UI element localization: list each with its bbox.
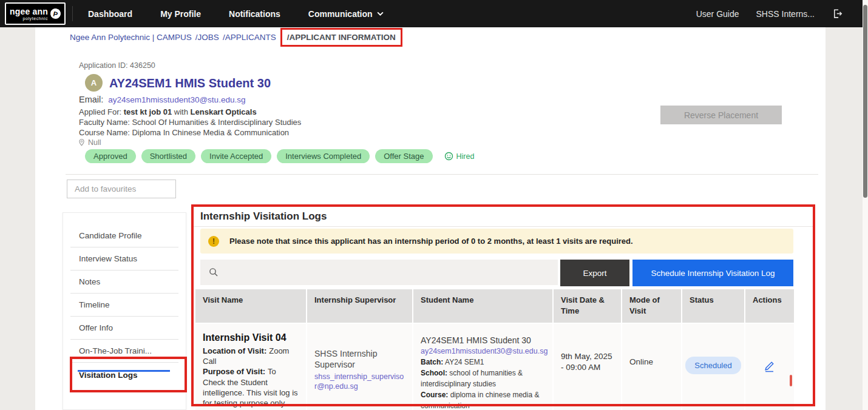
location-pin-icon [78,138,86,147]
status-badge: Offer Stage [375,149,432,163]
nav-item-communication[interactable]: Communication [308,9,384,19]
smiley-icon [444,152,453,161]
nav-item-my-profile[interactable]: My Profile [160,9,201,19]
student-batch: AY24 SEM1 [445,358,484,366]
navbar-links: Dashboard My Profile Notifications Commu… [88,0,384,27]
nav-item-notifications[interactable]: Notifications [229,9,280,19]
np-logo-mark-icon: P [49,7,61,19]
top-navbar: ngee ann polytechnic P Dashboard My Prof… [0,0,863,27]
navbar-divider [72,6,73,21]
sidebar-item-visitation-logs[interactable]: Visitation Logs [63,363,186,387]
student-name: AY24SEM1 HMIS Student 30 [421,335,545,346]
sidebar-item-offer-info[interactable]: Offer Info [63,317,186,339]
col-header-actions: Actions [745,289,794,323]
cell-visit-name: Internship Visit 04 Location of Visit:Zo… [195,324,306,410]
sidebar-item-notes[interactable]: Notes [63,271,186,293]
search-input[interactable] [200,260,558,285]
col-header-visit-date-time: Visit Date & Time [554,289,621,323]
application-id: Application ID: 436250 [79,61,155,70]
student-email-link[interactable]: ay24sem1hmisstudent30@stu.edu.sg [421,346,545,357]
add-to-favourites-button[interactable]: Add to favourites [67,180,176,198]
hired-indicator: Hired [444,152,475,161]
status-badge: Invite Accepted [201,149,271,163]
reverse-placement-button[interactable]: Reverse Placement [660,106,782,124]
col-header-internship-supervisor: Internship Supervisor [307,289,412,323]
status-badge: Interviews Completed [277,149,370,163]
logo-line1: ngee ann [10,7,48,16]
nav-item-dashboard[interactable]: Dashboard [88,9,132,19]
edit-icon[interactable] [764,359,776,372]
location-text: Null [88,138,101,147]
schedule-visitation-log-button[interactable]: Schedule Internship Visitation Log [632,260,793,286]
breadcrumb: Ngee Ann Polytechnic | CAMPUS /JOBS /APP… [70,27,402,47]
cell-status: Scheduled [682,324,744,410]
status-badge: Shortlisted [141,149,195,163]
section-divider [66,174,818,175]
col-header-student-name: Student Name [413,289,552,323]
scrollbar-track[interactable] [863,0,868,410]
supervisor-name: SHSS Internship Supervisor [314,348,405,371]
export-button[interactable]: Export [560,260,629,286]
cell-mode-of-visit: Online [622,324,681,410]
scrollbar-thumb[interactable] [863,5,867,198]
sidebar-item-interview-status[interactable]: Interview Status [63,247,186,270]
panel-title: Internship Visitation Logs [200,210,327,223]
email-row: Email: ay24sem1hmisstudent30@stu.edu.sg [79,95,245,104]
np-logo[interactable]: ngee ann polytechnic P [5,2,66,25]
applied-for-row: Applied For: test kt job 01 with Lenskar… [79,107,257,116]
visits-required-warning: ! Please note that since this applicant … [200,229,793,254]
cell-visit-date-time: 9th May, 2025 - 09:00 AM [554,324,621,410]
visit-name: Internship Visit 04 [203,331,299,344]
breadcrumb-current: /APPLICANT INFORMATION [280,28,402,47]
col-header-mode-of-visit: Mode of Visit [622,289,681,323]
nav-item-user-guide[interactable]: User Guide [696,9,739,19]
chevron-down-icon [377,12,384,16]
table-row: Internship Visit 04 Location of Visit:Zo… [195,324,794,410]
visitation-table-header: Visit Name Internship Supervisor Student… [195,289,794,323]
search-icon [209,267,219,277]
sidebar-item-candidate-profile[interactable]: Candidate Profile [63,224,186,247]
status-badges: Approved Shortlisted Invite Accepted Int… [85,149,474,163]
applicant-name: AY24SEM1 HMIS Student 30 [109,76,271,90]
applicant-sidebar: Candidate Profile Interview Status Notes… [63,212,186,410]
status-badge: Scheduled [685,357,741,374]
email-link[interactable]: ay24sem1hmisstudent30@stu.edu.sg [108,95,245,104]
col-header-visit-name: Visit Name [195,289,306,323]
breadcrumb-jobs[interactable]: /JOBS [195,33,219,42]
sidebar-item-timeline[interactable]: Timeline [63,294,186,316]
delete-icon[interactable] [790,375,792,386]
cell-internship-supervisor: SHSS Internship Supervisor shss_internsh… [307,324,412,410]
nav-item-account[interactable]: SHSS Interns... [756,9,815,19]
col-header-status: Status [682,289,744,323]
supervisor-email-link[interactable]: shss_internship_supervisor@np.edu.sg [314,372,405,392]
logo-line2: polytechnic [10,16,48,21]
location-row: Null [78,138,101,147]
logout-icon[interactable] [832,8,843,19]
breadcrumb-applicants[interactable]: /APPLICANTS [223,33,276,42]
navbar-right: User Guide SHSS Interns... [696,0,843,27]
warning-icon: ! [208,236,219,247]
active-tab-underline [78,370,170,372]
hired-label: Hired [456,152,475,161]
faculty-row: Faculty Name: School Of Humanities & Int… [79,118,301,127]
visit-date-time: 9th May, 2025 - 09:00 AM [561,351,614,373]
cell-actions [745,324,794,410]
course-row: Course Name: Diploma In Chinese Media & … [79,128,289,137]
cell-student-name: AY24SEM1 HMIS Student 30 ay24sem1hmisstu… [413,324,552,410]
breadcrumb-root[interactable]: Ngee Ann Polytechnic | CAMPUS [70,33,192,42]
screen: ngee ann polytechnic P Dashboard My Prof… [0,0,868,410]
applied-job: test kt job 01 [124,107,172,116]
applied-company: Lenskart Opticals [191,107,257,116]
panel-title-divider [194,226,813,227]
avatar: A [85,74,103,92]
email-label: Email: [79,95,103,104]
mode-of-visit: Online [629,357,653,368]
status-badge: Approved [85,149,136,163]
sidebar-item-on-the-job-training[interactable]: On-The-Job Traini... [63,340,186,362]
warning-text: Please note that since this applicant ha… [229,237,633,246]
